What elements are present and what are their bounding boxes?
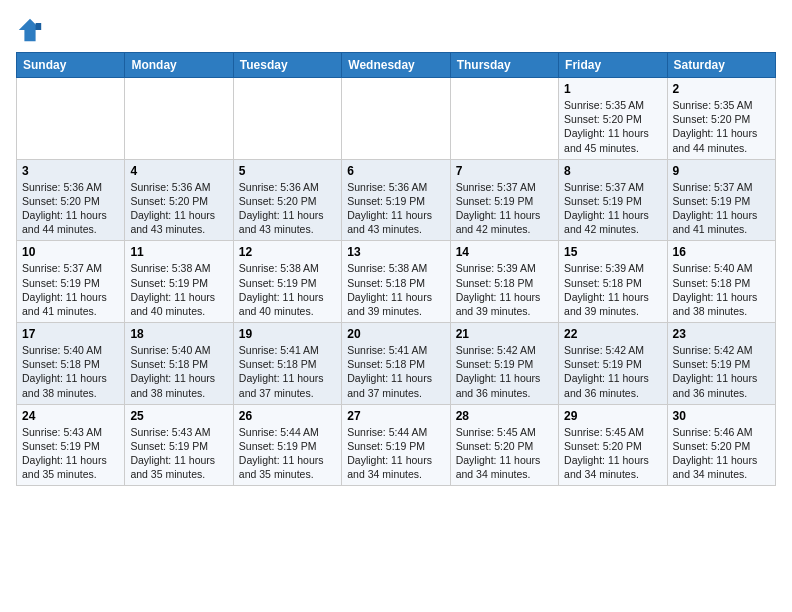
day-number: 24 [22, 409, 119, 423]
day-info: Sunrise: 5:40 AM Sunset: 5:18 PM Dayligh… [130, 343, 227, 400]
day-info: Sunrise: 5:36 AM Sunset: 5:19 PM Dayligh… [347, 180, 444, 237]
day-number: 11 [130, 245, 227, 259]
day-number: 17 [22, 327, 119, 341]
day-info: Sunrise: 5:38 AM Sunset: 5:19 PM Dayligh… [130, 261, 227, 318]
day-number: 15 [564, 245, 661, 259]
day-number: 21 [456, 327, 553, 341]
day-number: 13 [347, 245, 444, 259]
day-number: 29 [564, 409, 661, 423]
calendar-cell: 17Sunrise: 5:40 AM Sunset: 5:18 PM Dayli… [17, 323, 125, 405]
day-info: Sunrise: 5:41 AM Sunset: 5:18 PM Dayligh… [239, 343, 336, 400]
day-info: Sunrise: 5:37 AM Sunset: 5:19 PM Dayligh… [22, 261, 119, 318]
calendar-cell: 29Sunrise: 5:45 AM Sunset: 5:20 PM Dayli… [559, 404, 667, 486]
calendar-cell: 19Sunrise: 5:41 AM Sunset: 5:18 PM Dayli… [233, 323, 341, 405]
calendar-cell: 24Sunrise: 5:43 AM Sunset: 5:19 PM Dayli… [17, 404, 125, 486]
day-info: Sunrise: 5:45 AM Sunset: 5:20 PM Dayligh… [564, 425, 661, 482]
day-number: 28 [456, 409, 553, 423]
calendar-cell: 10Sunrise: 5:37 AM Sunset: 5:19 PM Dayli… [17, 241, 125, 323]
day-of-week-header: Tuesday [233, 53, 341, 78]
calendar-cell [450, 78, 558, 160]
day-info: Sunrise: 5:43 AM Sunset: 5:19 PM Dayligh… [130, 425, 227, 482]
day-info: Sunrise: 5:45 AM Sunset: 5:20 PM Dayligh… [456, 425, 553, 482]
day-info: Sunrise: 5:37 AM Sunset: 5:19 PM Dayligh… [673, 180, 770, 237]
calendar-cell: 21Sunrise: 5:42 AM Sunset: 5:19 PM Dayli… [450, 323, 558, 405]
calendar-cell: 18Sunrise: 5:40 AM Sunset: 5:18 PM Dayli… [125, 323, 233, 405]
day-number: 25 [130, 409, 227, 423]
day-info: Sunrise: 5:37 AM Sunset: 5:19 PM Dayligh… [456, 180, 553, 237]
calendar-table: SundayMondayTuesdayWednesdayThursdayFrid… [16, 52, 776, 486]
day-info: Sunrise: 5:40 AM Sunset: 5:18 PM Dayligh… [22, 343, 119, 400]
day-info: Sunrise: 5:38 AM Sunset: 5:18 PM Dayligh… [347, 261, 444, 318]
calendar-cell: 20Sunrise: 5:41 AM Sunset: 5:18 PM Dayli… [342, 323, 450, 405]
day-info: Sunrise: 5:43 AM Sunset: 5:19 PM Dayligh… [22, 425, 119, 482]
day-of-week-header: Monday [125, 53, 233, 78]
calendar-week-row: 3Sunrise: 5:36 AM Sunset: 5:20 PM Daylig… [17, 159, 776, 241]
calendar-cell [233, 78, 341, 160]
calendar-cell: 1Sunrise: 5:35 AM Sunset: 5:20 PM Daylig… [559, 78, 667, 160]
calendar-cell: 30Sunrise: 5:46 AM Sunset: 5:20 PM Dayli… [667, 404, 775, 486]
calendar-cell: 22Sunrise: 5:42 AM Sunset: 5:19 PM Dayli… [559, 323, 667, 405]
logo-icon [16, 16, 44, 44]
calendar-cell: 6Sunrise: 5:36 AM Sunset: 5:19 PM Daylig… [342, 159, 450, 241]
header-row: SundayMondayTuesdayWednesdayThursdayFrid… [17, 53, 776, 78]
day-of-week-header: Wednesday [342, 53, 450, 78]
day-number: 1 [564, 82, 661, 96]
day-number: 30 [673, 409, 770, 423]
day-number: 19 [239, 327, 336, 341]
day-number: 12 [239, 245, 336, 259]
logo [16, 16, 48, 44]
calendar-cell: 28Sunrise: 5:45 AM Sunset: 5:20 PM Dayli… [450, 404, 558, 486]
day-number: 8 [564, 164, 661, 178]
day-of-week-header: Sunday [17, 53, 125, 78]
calendar-body: 1Sunrise: 5:35 AM Sunset: 5:20 PM Daylig… [17, 78, 776, 486]
day-info: Sunrise: 5:36 AM Sunset: 5:20 PM Dayligh… [239, 180, 336, 237]
day-info: Sunrise: 5:42 AM Sunset: 5:19 PM Dayligh… [564, 343, 661, 400]
calendar-cell: 3Sunrise: 5:36 AM Sunset: 5:20 PM Daylig… [17, 159, 125, 241]
day-number: 16 [673, 245, 770, 259]
day-info: Sunrise: 5:35 AM Sunset: 5:20 PM Dayligh… [564, 98, 661, 155]
calendar-cell: 15Sunrise: 5:39 AM Sunset: 5:18 PM Dayli… [559, 241, 667, 323]
calendar-week-row: 24Sunrise: 5:43 AM Sunset: 5:19 PM Dayli… [17, 404, 776, 486]
calendar-week-row: 1Sunrise: 5:35 AM Sunset: 5:20 PM Daylig… [17, 78, 776, 160]
calendar-cell: 4Sunrise: 5:36 AM Sunset: 5:20 PM Daylig… [125, 159, 233, 241]
day-number: 4 [130, 164, 227, 178]
day-info: Sunrise: 5:40 AM Sunset: 5:18 PM Dayligh… [673, 261, 770, 318]
day-number: 26 [239, 409, 336, 423]
day-number: 2 [673, 82, 770, 96]
day-info: Sunrise: 5:36 AM Sunset: 5:20 PM Dayligh… [22, 180, 119, 237]
calendar-cell: 14Sunrise: 5:39 AM Sunset: 5:18 PM Dayli… [450, 241, 558, 323]
day-number: 14 [456, 245, 553, 259]
day-of-week-header: Saturday [667, 53, 775, 78]
calendar-cell: 11Sunrise: 5:38 AM Sunset: 5:19 PM Dayli… [125, 241, 233, 323]
calendar-week-row: 17Sunrise: 5:40 AM Sunset: 5:18 PM Dayli… [17, 323, 776, 405]
day-of-week-header: Thursday [450, 53, 558, 78]
day-info: Sunrise: 5:35 AM Sunset: 5:20 PM Dayligh… [673, 98, 770, 155]
calendar-cell [125, 78, 233, 160]
day-info: Sunrise: 5:38 AM Sunset: 5:19 PM Dayligh… [239, 261, 336, 318]
day-number: 10 [22, 245, 119, 259]
page-header [16, 16, 776, 44]
day-info: Sunrise: 5:44 AM Sunset: 5:19 PM Dayligh… [239, 425, 336, 482]
day-number: 5 [239, 164, 336, 178]
calendar-cell: 7Sunrise: 5:37 AM Sunset: 5:19 PM Daylig… [450, 159, 558, 241]
calendar-header: SundayMondayTuesdayWednesdayThursdayFrid… [17, 53, 776, 78]
day-info: Sunrise: 5:36 AM Sunset: 5:20 PM Dayligh… [130, 180, 227, 237]
calendar-cell [17, 78, 125, 160]
day-number: 20 [347, 327, 444, 341]
day-info: Sunrise: 5:42 AM Sunset: 5:19 PM Dayligh… [673, 343, 770, 400]
day-of-week-header: Friday [559, 53, 667, 78]
day-number: 9 [673, 164, 770, 178]
day-info: Sunrise: 5:46 AM Sunset: 5:20 PM Dayligh… [673, 425, 770, 482]
svg-marker-1 [36, 23, 42, 30]
calendar-week-row: 10Sunrise: 5:37 AM Sunset: 5:19 PM Dayli… [17, 241, 776, 323]
calendar-cell: 2Sunrise: 5:35 AM Sunset: 5:20 PM Daylig… [667, 78, 775, 160]
day-info: Sunrise: 5:39 AM Sunset: 5:18 PM Dayligh… [564, 261, 661, 318]
day-info: Sunrise: 5:41 AM Sunset: 5:18 PM Dayligh… [347, 343, 444, 400]
day-number: 27 [347, 409, 444, 423]
day-number: 18 [130, 327, 227, 341]
calendar-cell: 12Sunrise: 5:38 AM Sunset: 5:19 PM Dayli… [233, 241, 341, 323]
calendar-cell: 23Sunrise: 5:42 AM Sunset: 5:19 PM Dayli… [667, 323, 775, 405]
calendar-cell: 16Sunrise: 5:40 AM Sunset: 5:18 PM Dayli… [667, 241, 775, 323]
calendar-cell: 27Sunrise: 5:44 AM Sunset: 5:19 PM Dayli… [342, 404, 450, 486]
day-number: 23 [673, 327, 770, 341]
